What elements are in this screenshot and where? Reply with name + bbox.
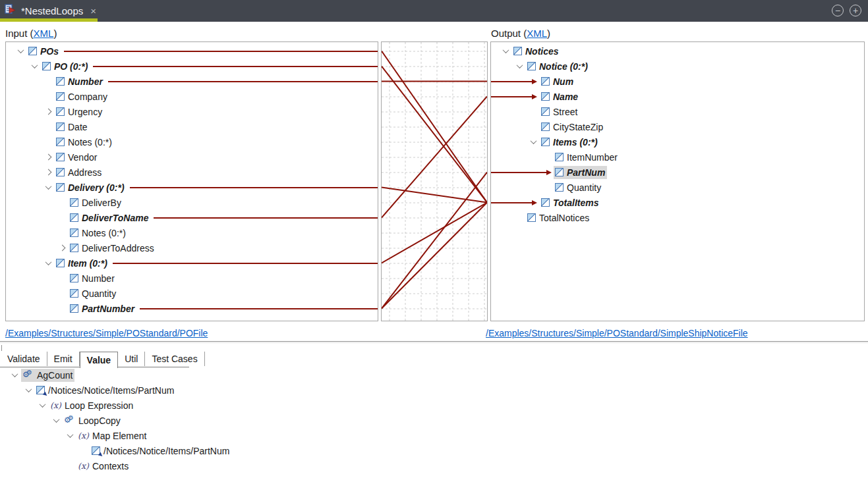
xml-element-icon [56, 153, 65, 161]
item-label: TotalItems [553, 198, 599, 208]
input-xml-link[interactable]: XML [34, 28, 54, 39]
tab-validate[interactable]: Validate [1, 352, 47, 366]
connection-partnumber-to-partnum [382, 173, 487, 309]
tree-item-vendor[interactable]: Vendor [6, 149, 378, 165]
tree-item-contexts[interactable]: (x)Contexts [0, 458, 501, 473]
collapse-circle-button[interactable]: − [832, 5, 844, 16]
chevron-spacer [540, 180, 554, 195]
tree-item-delivery-0[interactable]: Delivery (0:*) [6, 180, 378, 195]
chevron-right-icon[interactable] [42, 149, 55, 165]
item-label: Name [553, 92, 578, 102]
output-label: Output [491, 28, 521, 39]
chevron-down-icon[interactable] [22, 383, 35, 398]
mapping-canvas [381, 41, 488, 321]
tree-item-items-0[interactable]: Items (0:*) [491, 134, 864, 149]
tree-item-partnum[interactable]: PartNum [491, 165, 864, 180]
output-header: Output (XML) [491, 28, 550, 39]
tree-item-loopcopy[interactable]: ⚙⚙LoopCopy [0, 413, 501, 428]
tree-item-delivertoname[interactable]: DeliverToName [6, 210, 378, 225]
xml-element-icon [513, 47, 522, 55]
xml-element-icon [70, 244, 78, 252]
tree-item-notes-0[interactable]: Notes (0:*) [6, 134, 378, 149]
chevron-down-icon[interactable] [14, 43, 27, 59]
mapping-arrow [491, 96, 532, 97]
item-label: Vendor [68, 152, 97, 163]
xml-element-icon [541, 138, 550, 146]
chevron-right-icon[interactable] [42, 104, 55, 119]
mapping-arrow [491, 202, 532, 203]
chevron-down-icon[interactable] [499, 43, 512, 59]
close-tab-icon[interactable]: × [90, 6, 96, 16]
item-content: Street [540, 105, 579, 119]
tree-item-totalitems[interactable]: TotalItems [491, 195, 864, 210]
tree-item-company[interactable]: Company [6, 89, 378, 104]
tree-item-itemnumber[interactable]: ItemNumber [491, 149, 864, 165]
tree-item-quantity[interactable]: Quantity [491, 180, 864, 195]
item-label: Address [68, 167, 101, 178]
tab-util[interactable]: Util [118, 352, 145, 366]
item-content: PartNumber [69, 302, 136, 315]
tree-item-citystatezip[interactable]: CityStateZip [491, 119, 864, 134]
tree-item-loop-expression[interactable]: (x)Loop Expression [0, 398, 501, 413]
tree-item-notes-0[interactable]: Notes (0:*) [6, 225, 378, 240]
tree-item-street[interactable]: Street [491, 104, 864, 119]
input-file-link[interactable]: /Examples/Structures/Simple/POStandard/P… [5, 328, 208, 338]
item-content: Address [55, 166, 103, 179]
tree-item-notices-notice-items-partnum[interactable]: /Notices/Notice/Items/PartNum [0, 383, 501, 398]
tree-item-name[interactable]: Name [491, 89, 864, 104]
tree-item-urgency[interactable]: Urgency [6, 104, 378, 119]
tree-item-totalnotices[interactable]: TotalNotices [491, 210, 864, 225]
tree-item-delivertoaddress[interactable]: DeliverToAddress [6, 240, 378, 255]
item-content: Num [540, 75, 575, 88]
item-label: Number [68, 76, 103, 87]
app-window: *NestedLoops × − + Input (XML) Output (X… [0, 0, 868, 480]
chevron-down-icon[interactable] [513, 59, 526, 74]
chevron-down-icon[interactable] [49, 413, 63, 428]
chevron-right-icon[interactable] [42, 165, 55, 180]
xml-element-icon [70, 304, 78, 313]
expand-circle-button[interactable]: + [850, 5, 861, 16]
splitter-grip[interactable] [1, 345, 2, 351]
chevron-down-icon[interactable] [527, 134, 540, 149]
xml-element-icon [56, 183, 65, 192]
tree-item-address[interactable]: Address [6, 165, 378, 180]
item-content: Quantity [554, 181, 603, 194]
xml-element-icon [541, 92, 550, 101]
chevron-down-icon[interactable] [36, 398, 49, 413]
item-content: Urgency [55, 105, 104, 119]
chevron-down-icon[interactable] [42, 255, 55, 271]
tree-item-notices[interactable]: Notices [491, 43, 864, 59]
tab-value[interactable]: Value [80, 352, 119, 368]
output-file-link[interactable]: /Examples/Structures/Simple/POStandard/S… [486, 328, 748, 338]
chevron-down-icon[interactable] [42, 180, 55, 195]
horizontal-splitter[interactable] [0, 341, 868, 343]
tree-item-deliverby[interactable]: DeliverBy [6, 195, 378, 210]
tree-item-agcount[interactable]: ⚙⚙AgCount [0, 367, 501, 383]
item-label: ItemNumber [567, 152, 618, 163]
tab-emit[interactable]: Emit [47, 352, 80, 366]
tree-item-map-element[interactable]: (x)Map Element [0, 428, 501, 443]
tree-item-quantity[interactable]: Quantity [6, 286, 378, 301]
tree-item-item-0[interactable]: Item (0:*) [6, 255, 378, 271]
tree-item-num[interactable]: Num [491, 74, 864, 89]
bottom-tab-bar: ValidateEmitValueUtilTest Cases [1, 352, 205, 368]
mapping-line [93, 66, 378, 67]
item-content: Item (0:*) [55, 257, 109, 270]
chevron-down-icon[interactable] [63, 428, 76, 443]
chevron-down-icon[interactable] [8, 367, 21, 383]
tree-item-po-0[interactable]: PO (0:*) [6, 59, 378, 74]
tree-item-notices-notice-items-partnum[interactable]: /Notices/Notice/Items/PartNum [0, 443, 501, 458]
item-content: (x)Contexts [76, 460, 130, 473]
document-tab[interactable]: *NestedLoops × [0, 0, 99, 22]
tree-item-date[interactable]: Date [6, 119, 378, 134]
chevron-right-icon[interactable] [55, 240, 69, 255]
tree-item-number[interactable]: Number [6, 74, 378, 89]
tree-item-partnumber[interactable]: PartNumber [6, 301, 378, 316]
tree-item-pos[interactable]: POs [6, 43, 378, 59]
tree-item-number[interactable]: Number [6, 271, 378, 286]
xml-element-icon [541, 122, 550, 131]
output-xml-link[interactable]: XML [527, 28, 547, 39]
tree-item-notice-0[interactable]: Notice (0:*) [491, 59, 864, 74]
chevron-down-icon[interactable] [28, 59, 41, 74]
tab-test-cases[interactable]: Test Cases [145, 352, 204, 366]
